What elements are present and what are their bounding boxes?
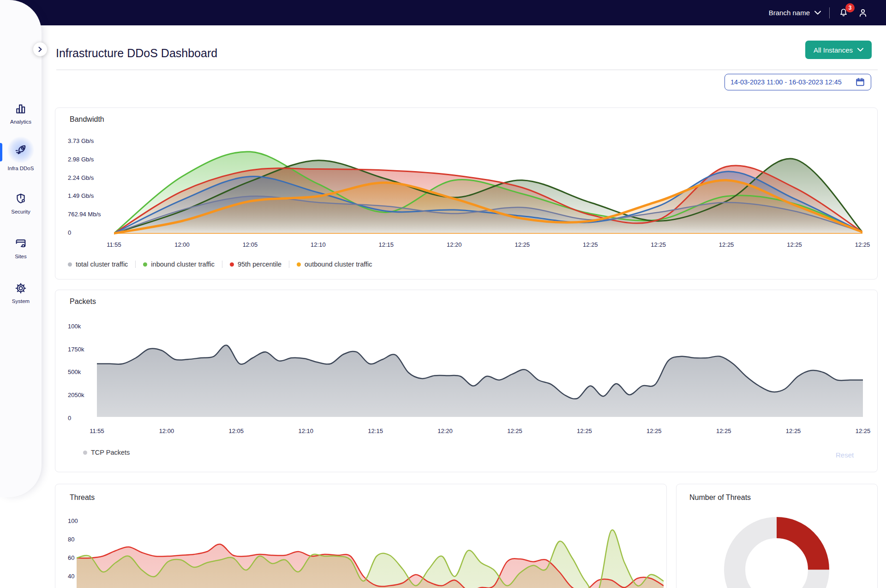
legend-dot (68, 262, 72, 267)
x-axis-label: 12:20 (437, 428, 453, 434)
x-axis-label: 12:25 (787, 241, 802, 248)
bandwidth-card: Bandwidth 3.73 Gb/s2.98 Gb/s2.24 Gb/s1.4… (55, 107, 878, 279)
sidebar-item-analytics[interactable]: Analytics (0, 101, 42, 125)
x-axis-label: 12:25 (716, 428, 731, 434)
shield-gear-icon (0, 191, 42, 207)
chevron-down-icon (857, 48, 863, 52)
bandwidth-legend: total cluster trafficinbound cluster tra… (68, 261, 379, 268)
chevron-down-icon (814, 11, 821, 15)
legend-dot (297, 262, 301, 267)
sidebar-item-label: Security (0, 209, 42, 214)
x-axis-label: 12:00 (174, 241, 190, 248)
y-axis-label: 2.24 Gb/s (68, 174, 94, 181)
instances-dropdown-label: All Instances (814, 46, 853, 54)
card-title: Packets (70, 297, 96, 306)
browser-gear-icon (0, 236, 42, 251)
x-axis-label: 12:10 (298, 428, 313, 434)
chevron-right-icon (38, 47, 42, 52)
y-axis-label: 3.73 Gb/s (68, 137, 94, 144)
y-axis-label: 80 (68, 536, 74, 543)
card-title: Threats (70, 493, 95, 502)
x-axis-label: 12:25 (855, 241, 870, 248)
y-axis-label: 500k (68, 368, 81, 375)
sidebar-item-security[interactable]: Security (0, 191, 42, 214)
x-axis-label: 12:05 (229, 428, 244, 434)
sidebar-item-system[interactable]: System (0, 280, 42, 304)
instances-dropdown[interactable]: All Instances (805, 41, 872, 59)
card-title: Bandwidth (70, 115, 104, 124)
legend-label: total cluster traffic (76, 261, 128, 268)
x-axis-label: 11:55 (107, 241, 121, 248)
y-axis-label: 2050k (68, 392, 84, 398)
sidebar-item-sites[interactable]: Sites (0, 236, 42, 259)
y-axis-label: 60 (68, 554, 74, 561)
legend-label: 95th percentile (238, 261, 281, 268)
legend-dot (143, 262, 147, 267)
legend-item[interactable]: total cluster traffic (68, 261, 135, 268)
x-axis-label: 12:20 (447, 241, 462, 248)
x-axis-label: 12:25 (583, 241, 598, 248)
legend-item[interactable]: inbound cluster traffic (135, 261, 222, 268)
title-divider (56, 70, 878, 70)
x-axis-label: 12:25 (577, 428, 592, 434)
number-of-threats-card: Number of Threats (676, 484, 878, 588)
rocket-icon (14, 142, 28, 158)
topbar-divider (829, 7, 830, 18)
legend-item[interactable]: TCP Packets (83, 449, 137, 456)
threats-chart[interactable] (77, 512, 664, 588)
x-axis-label: 12:25 (786, 428, 801, 434)
y-axis-label: 1.49 Gb/s (68, 192, 94, 199)
date-range-picker[interactable]: 14-03-2023 11:00 - 16-03-2023 12:45 (724, 74, 871, 90)
x-axis-label: 12:25 (651, 241, 666, 248)
x-axis-label: 12:25 (856, 428, 871, 434)
legend-item[interactable]: 95th percentile (222, 261, 289, 268)
sidebar-item-label: Analytics (0, 119, 42, 125)
x-axis-label: 12:25 (719, 241, 734, 248)
packets-legend: TCP Packets (83, 449, 137, 456)
threats-donut-chart[interactable] (720, 513, 836, 588)
packets-chart[interactable] (97, 336, 863, 418)
packets-card: Packets 100k1750k500k2050k0 11:5512:0012… (55, 290, 878, 472)
x-axis-label: 12:05 (243, 241, 258, 248)
branch-selector[interactable]: Branch name (769, 9, 821, 17)
date-range-value: 14-03-2023 11:00 - 16-03-2023 12:45 (730, 78, 842, 86)
user-icon (857, 7, 868, 18)
y-axis-label: 0 (68, 229, 71, 236)
card-title: Number of Threats (689, 493, 751, 502)
x-axis-label: 12:25 (647, 428, 662, 434)
x-axis-label: 12:25 (515, 241, 530, 248)
reset-button[interactable]: Reset (833, 451, 856, 459)
sidebar-item-infra-ddos[interactable]: Infra DDoS (0, 137, 42, 171)
y-axis-label: 2.98 Gb/s (68, 156, 94, 163)
y-axis-label: 100k (68, 323, 81, 330)
y-axis-label: 0 (68, 415, 71, 422)
legend-label: outbound cluster traffic (305, 261, 372, 268)
collapse-sidebar-button[interactable] (33, 42, 47, 56)
app-root: Branch name 3 (0, 0, 886, 588)
sidebar: Analytics Infra DDoS (0, 0, 42, 497)
legend-dot (83, 451, 87, 455)
x-axis-label: 12:10 (311, 241, 326, 248)
sidebar-item-label: Sites (0, 254, 42, 259)
bandwidth-chart[interactable] (114, 135, 862, 235)
legend-label: inbound cluster traffic (151, 261, 215, 268)
x-axis-label: 12:15 (379, 241, 394, 248)
top-bar: Branch name 3 (0, 0, 886, 25)
y-axis-label: 40 (68, 573, 74, 580)
sidebar-item-label: System (0, 298, 42, 304)
legend-label: TCP Packets (91, 449, 130, 456)
analytics-icon (0, 101, 42, 117)
user-menu-button[interactable] (857, 7, 868, 18)
y-axis-label: 762.94 Mb/s (68, 211, 101, 218)
x-axis-label: 12:25 (507, 428, 522, 434)
calendar-icon (855, 77, 865, 87)
x-axis-label: 12:00 (159, 428, 174, 434)
branch-selector-label: Branch name (769, 9, 810, 17)
x-axis-label: 11:55 (90, 428, 104, 434)
gear-icon (0, 280, 42, 296)
legend-item[interactable]: outbound cluster traffic (289, 261, 379, 268)
y-axis-label: 1750k (68, 346, 84, 353)
legend-dot (230, 262, 234, 267)
notifications-button[interactable]: 3 (838, 7, 849, 18)
threats-card: Threats 100806040 (55, 484, 667, 588)
